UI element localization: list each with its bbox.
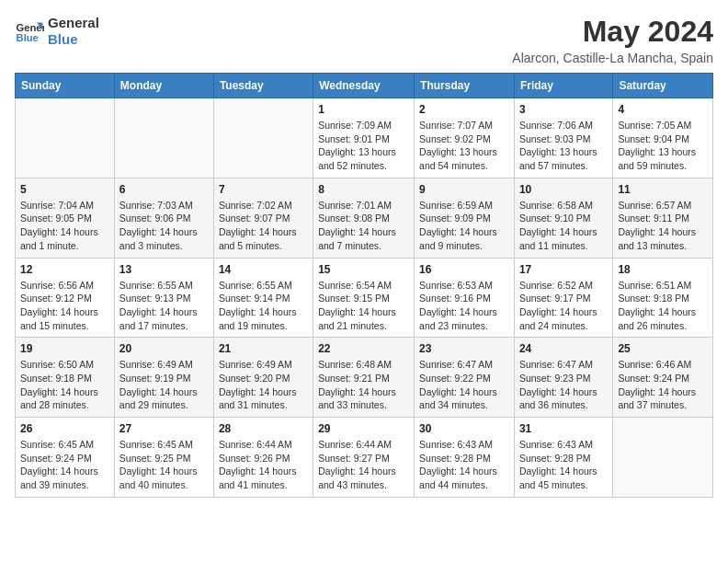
day-number: 5 — [20, 183, 109, 196]
day-number: 8 — [318, 183, 409, 196]
calendar-cell: 9Sunrise: 6:59 AM Sunset: 9:09 PM Daylig… — [415, 178, 515, 258]
day-number: 27 — [119, 422, 209, 435]
day-info: Sunrise: 6:50 AM Sunset: 9:18 PM Dayligh… — [20, 358, 109, 412]
day-info: Sunrise: 7:05 AM Sunset: 9:04 PM Dayligh… — [618, 119, 708, 173]
calendar-cell: 24Sunrise: 6:47 AM Sunset: 9:23 PM Dayli… — [514, 338, 612, 418]
day-info: Sunrise: 6:54 AM Sunset: 9:15 PM Dayligh… — [318, 279, 409, 333]
day-info: Sunrise: 6:55 AM Sunset: 9:13 PM Dayligh… — [119, 279, 209, 333]
day-info: Sunrise: 6:43 AM Sunset: 9:28 PM Dayligh… — [419, 438, 509, 492]
calendar-cell — [613, 418, 713, 498]
day-info: Sunrise: 6:46 AM Sunset: 9:24 PM Dayligh… — [618, 358, 708, 412]
day-number: 12 — [20, 263, 109, 276]
day-number: 4 — [618, 103, 708, 116]
day-info: Sunrise: 6:51 AM Sunset: 9:18 PM Dayligh… — [618, 279, 708, 333]
calendar-cell — [213, 98, 313, 178]
day-info: Sunrise: 6:45 AM Sunset: 9:25 PM Dayligh… — [119, 438, 209, 492]
day-info: Sunrise: 6:55 AM Sunset: 9:14 PM Dayligh… — [219, 279, 308, 333]
calendar-table: SundayMondayTuesdayWednesdayThursdayFrid… — [15, 73, 713, 498]
day-info: Sunrise: 7:09 AM Sunset: 9:01 PM Dayligh… — [318, 119, 409, 173]
calendar-week-row: 12Sunrise: 6:56 AM Sunset: 9:12 PM Dayli… — [16, 258, 713, 338]
day-number: 2 — [419, 103, 509, 116]
calendar-cell: 25Sunrise: 6:46 AM Sunset: 9:24 PM Dayli… — [613, 338, 713, 418]
calendar-body: 1Sunrise: 7:09 AM Sunset: 9:01 PM Daylig… — [16, 98, 713, 498]
day-number: 16 — [419, 263, 509, 276]
day-info: Sunrise: 6:48 AM Sunset: 9:21 PM Dayligh… — [318, 358, 409, 412]
calendar-day-header: Sunday — [16, 74, 115, 98]
day-number: 17 — [519, 263, 608, 276]
calendar-week-row: 26Sunrise: 6:45 AM Sunset: 9:24 PM Dayli… — [16, 418, 713, 498]
calendar-cell: 16Sunrise: 6:53 AM Sunset: 9:16 PM Dayli… — [415, 258, 515, 338]
day-number: 11 — [618, 183, 708, 196]
day-number: 10 — [519, 183, 608, 196]
calendar-cell: 7Sunrise: 7:02 AM Sunset: 9:07 PM Daylig… — [213, 178, 313, 258]
calendar-cell: 11Sunrise: 6:57 AM Sunset: 9:11 PM Dayli… — [613, 178, 713, 258]
day-number: 3 — [519, 103, 608, 116]
page-header: General Blue General Blue May 2024 Alarc… — [15, 15, 713, 65]
calendar-cell — [16, 98, 115, 178]
calendar-cell: 8Sunrise: 7:01 AM Sunset: 9:08 PM Daylig… — [313, 178, 415, 258]
calendar-cell: 6Sunrise: 7:03 AM Sunset: 9:06 PM Daylig… — [114, 178, 213, 258]
day-number: 7 — [219, 183, 308, 196]
day-number: 20 — [119, 342, 209, 355]
title-block: May 2024 Alarcon, Castille-La Mancha, Sp… — [512, 15, 713, 65]
day-number: 28 — [219, 422, 308, 435]
day-number: 15 — [318, 263, 409, 276]
calendar-cell: 14Sunrise: 6:55 AM Sunset: 9:14 PM Dayli… — [213, 258, 313, 338]
calendar-week-row: 5Sunrise: 7:04 AM Sunset: 9:05 PM Daylig… — [16, 178, 713, 258]
day-info: Sunrise: 6:56 AM Sunset: 9:12 PM Dayligh… — [20, 279, 109, 333]
calendar-cell: 10Sunrise: 6:58 AM Sunset: 9:10 PM Dayli… — [514, 178, 612, 258]
calendar-header-row: SundayMondayTuesdayWednesdayThursdayFrid… — [16, 74, 713, 98]
calendar-cell: 31Sunrise: 6:43 AM Sunset: 9:28 PM Dayli… — [514, 418, 612, 498]
day-info: Sunrise: 6:58 AM Sunset: 9:10 PM Dayligh… — [519, 199, 608, 253]
day-number: 6 — [119, 183, 209, 196]
calendar-cell: 23Sunrise: 6:47 AM Sunset: 9:22 PM Dayli… — [415, 338, 515, 418]
calendar-week-row: 19Sunrise: 6:50 AM Sunset: 9:18 PM Dayli… — [16, 338, 713, 418]
month-title: May 2024 — [512, 15, 713, 49]
calendar-cell: 17Sunrise: 6:52 AM Sunset: 9:17 PM Dayli… — [514, 258, 612, 338]
calendar-cell: 21Sunrise: 6:49 AM Sunset: 9:20 PM Dayli… — [213, 338, 313, 418]
day-number: 25 — [618, 342, 708, 355]
day-number: 24 — [519, 342, 608, 355]
calendar-cell: 5Sunrise: 7:04 AM Sunset: 9:05 PM Daylig… — [16, 178, 115, 258]
day-info: Sunrise: 7:01 AM Sunset: 9:08 PM Dayligh… — [318, 199, 409, 253]
day-number: 22 — [318, 342, 409, 355]
day-info: Sunrise: 7:06 AM Sunset: 9:03 PM Dayligh… — [519, 119, 608, 173]
calendar-cell: 26Sunrise: 6:45 AM Sunset: 9:24 PM Dayli… — [16, 418, 115, 498]
calendar-cell — [114, 98, 213, 178]
day-info: Sunrise: 7:04 AM Sunset: 9:05 PM Dayligh… — [20, 199, 109, 253]
calendar-cell: 3Sunrise: 7:06 AM Sunset: 9:03 PM Daylig… — [514, 98, 612, 178]
logo-blue: Blue — [48, 31, 99, 48]
calendar-cell: 27Sunrise: 6:45 AM Sunset: 9:25 PM Dayli… — [114, 418, 213, 498]
logo-general: General — [48, 15, 99, 31]
calendar-cell: 28Sunrise: 6:44 AM Sunset: 9:26 PM Dayli… — [213, 418, 313, 498]
calendar-day-header: Monday — [114, 74, 213, 98]
day-number: 23 — [419, 342, 509, 355]
day-info: Sunrise: 6:44 AM Sunset: 9:27 PM Dayligh… — [318, 438, 409, 492]
day-info: Sunrise: 6:57 AM Sunset: 9:11 PM Dayligh… — [618, 199, 708, 253]
logo: General Blue General Blue — [15, 15, 99, 48]
day-number: 9 — [419, 183, 509, 196]
calendar-day-header: Wednesday — [313, 74, 415, 98]
day-info: Sunrise: 7:07 AM Sunset: 9:02 PM Dayligh… — [419, 119, 509, 173]
day-info: Sunrise: 6:49 AM Sunset: 9:19 PM Dayligh… — [119, 358, 209, 412]
day-info: Sunrise: 6:44 AM Sunset: 9:26 PM Dayligh… — [219, 438, 308, 492]
location-title: Alarcon, Castille-La Mancha, Spain — [512, 51, 713, 65]
day-info: Sunrise: 6:47 AM Sunset: 9:22 PM Dayligh… — [419, 358, 509, 412]
day-number: 31 — [519, 422, 608, 435]
calendar-day-header: Tuesday — [213, 74, 313, 98]
calendar-cell: 19Sunrise: 6:50 AM Sunset: 9:18 PM Dayli… — [16, 338, 115, 418]
calendar-cell: 29Sunrise: 6:44 AM Sunset: 9:27 PM Dayli… — [313, 418, 415, 498]
calendar-cell: 13Sunrise: 6:55 AM Sunset: 9:13 PM Dayli… — [114, 258, 213, 338]
day-number: 18 — [618, 263, 708, 276]
calendar-cell: 1Sunrise: 7:09 AM Sunset: 9:01 PM Daylig… — [313, 98, 415, 178]
day-info: Sunrise: 7:02 AM Sunset: 9:07 PM Dayligh… — [219, 199, 308, 253]
day-info: Sunrise: 6:53 AM Sunset: 9:16 PM Dayligh… — [419, 279, 509, 333]
day-info: Sunrise: 6:43 AM Sunset: 9:28 PM Dayligh… — [519, 438, 608, 492]
calendar-cell: 15Sunrise: 6:54 AM Sunset: 9:15 PM Dayli… — [313, 258, 415, 338]
day-number: 19 — [20, 342, 109, 355]
calendar-cell: 4Sunrise: 7:05 AM Sunset: 9:04 PM Daylig… — [613, 98, 713, 178]
logo-icon: General Blue — [15, 17, 44, 46]
calendar-day-header: Friday — [514, 74, 612, 98]
calendar-cell: 2Sunrise: 7:07 AM Sunset: 9:02 PM Daylig… — [415, 98, 515, 178]
calendar-day-header: Saturday — [613, 74, 713, 98]
